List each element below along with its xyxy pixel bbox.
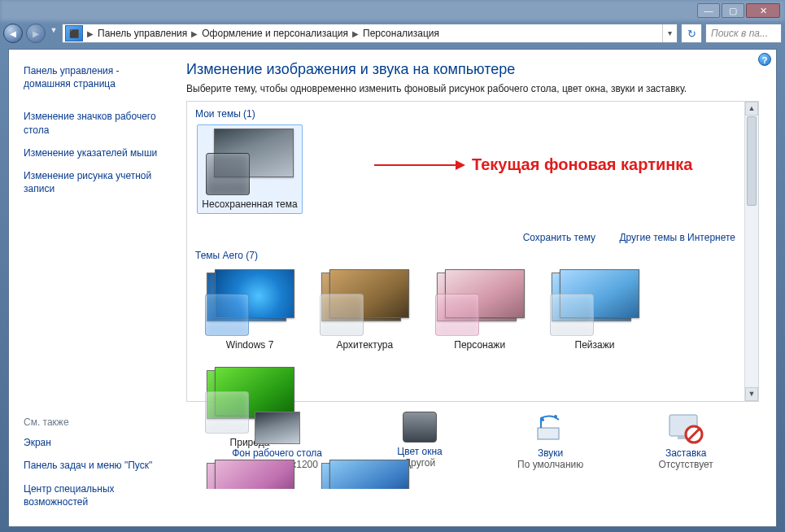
page-description: Выберите тему, чтобы одновременно измени… bbox=[186, 83, 776, 94]
theme-tile-architecture[interactable]: Архитектура bbox=[312, 266, 417, 354]
seealso-link-display[interactable]: Экран bbox=[24, 436, 160, 449]
screensaver-icon bbox=[666, 412, 705, 444]
chevron-right-icon: ▶ bbox=[85, 29, 95, 38]
seealso-link-ease-of-access[interactable]: Центр специальных возможностей bbox=[24, 482, 160, 508]
save-theme-link[interactable]: Сохранить тему bbox=[523, 232, 595, 243]
sidebar-link-account-picture[interactable]: Изменение рисунка учетной записи bbox=[24, 169, 160, 195]
window-titlebar: — ▢ ✕ bbox=[0, 0, 785, 21]
chevron-right-icon: ▶ bbox=[190, 29, 199, 38]
content-area: Изменение изображения и звука на компьют… bbox=[172, 50, 776, 526]
sidebar-link-desktop-icons[interactable]: Изменение значков рабочего стола bbox=[24, 110, 160, 136]
sidebar-home-label: домашняя страница bbox=[24, 78, 116, 89]
scrollbar[interactable]: ▲ ▼ bbox=[744, 102, 758, 401]
breadcrumb[interactable]: Персонализация bbox=[360, 28, 442, 39]
theme-label: Персонажи bbox=[430, 339, 530, 351]
address-bar[interactable]: ⬛ ▶ Панель управления ▶ Оформление и пер… bbox=[62, 24, 678, 43]
window-color-icon bbox=[403, 412, 437, 443]
seealso-header: См. также bbox=[24, 416, 160, 428]
svg-point-1 bbox=[541, 418, 544, 421]
theme-window-color-icon bbox=[206, 153, 250, 195]
theme-wallpaper-icon bbox=[215, 460, 294, 489]
arrow-icon bbox=[374, 164, 464, 166]
theme-wallpaper-icon bbox=[329, 460, 409, 489]
refresh-button[interactable]: ↻ bbox=[681, 24, 702, 43]
sounds-icon bbox=[531, 412, 570, 444]
close-button[interactable]: ✕ bbox=[746, 3, 780, 18]
theme-window-color-icon bbox=[320, 294, 364, 336]
annotation-overlay: Текущая фоновая картинка bbox=[374, 155, 692, 174]
theme-window-color-icon bbox=[550, 294, 594, 336]
sidebar: Панель управления - домашняя страница Из… bbox=[9, 50, 172, 526]
search-input[interactable]: Поиск в па... bbox=[705, 24, 782, 43]
theme-window-color-icon bbox=[205, 294, 249, 336]
sidebar-home-label: Панель управления - bbox=[24, 65, 120, 76]
theme-label: Windows 7 bbox=[200, 339, 299, 351]
my-themes-header: Мои темы (1) bbox=[195, 108, 757, 120]
page-title: Изменение изображения и звука на компьют… bbox=[186, 61, 776, 78]
scroll-thumb[interactable] bbox=[747, 116, 757, 206]
main-panel: ? Панель управления - домашняя страница … bbox=[8, 49, 777, 527]
theme-window-color-icon bbox=[205, 391, 249, 434]
sidebar-link-mouse-pointers[interactable]: Изменение указателей мыши bbox=[24, 146, 160, 159]
control-panel-icon: ⬛ bbox=[65, 25, 83, 41]
minimize-button[interactable]: — bbox=[697, 3, 720, 18]
theme-tile-partial[interactable] bbox=[197, 456, 303, 489]
svg-point-2 bbox=[554, 415, 557, 418]
aero-themes-header: Темы Aero (7) bbox=[195, 250, 757, 261]
theme-label: Несохраненная тема bbox=[201, 198, 299, 210]
scroll-up-arrow-icon[interactable]: ▲ bbox=[745, 102, 758, 116]
navigation-toolbar: ◄ ► ▼ ⬛ ▶ Панель управления ▶ Оформление… bbox=[0, 21, 785, 46]
theme-tile-partial[interactable] bbox=[312, 456, 417, 489]
desktop-background-icon bbox=[255, 412, 300, 444]
theme-tile-characters[interactable]: Персонажи bbox=[427, 266, 533, 354]
breadcrumb[interactable]: Панель управления bbox=[95, 28, 190, 39]
forward-button[interactable]: ► bbox=[26, 24, 46, 43]
more-themes-link[interactable]: Другие темы в Интернете bbox=[619, 232, 735, 243]
scroll-down-arrow-icon[interactable]: ▼ bbox=[745, 387, 758, 401]
back-button[interactable]: ◄ bbox=[3, 24, 23, 43]
nav-history-dropdown[interactable]: ▼ bbox=[49, 26, 59, 41]
theme-label: Пейзажи bbox=[545, 339, 644, 351]
theme-label: Архитектура bbox=[315, 339, 414, 351]
breadcrumb[interactable]: Оформление и персонализация bbox=[199, 28, 351, 39]
annotation-text: Текущая фоновая картинка bbox=[472, 155, 692, 174]
theme-window-color-icon bbox=[435, 294, 479, 336]
maximize-button[interactable]: ▢ bbox=[722, 3, 744, 18]
theme-tile-windows7[interactable]: Windows 7 bbox=[197, 266, 303, 354]
sidebar-home-link[interactable]: Панель управления - домашняя страница bbox=[24, 64, 160, 90]
theme-tile-unsaved[interactable]: Несохраненная тема bbox=[197, 124, 303, 214]
themes-container: ▲ ▼ Мои темы (1) Несохраненная тема Теку… bbox=[186, 101, 759, 402]
svg-rect-0 bbox=[538, 428, 559, 439]
chevron-right-icon: ▶ bbox=[351, 29, 360, 38]
theme-tile-landscapes[interactable]: Пейзажи bbox=[542, 266, 648, 354]
seealso-link-taskbar[interactable]: Панель задач и меню "Пуск" bbox=[24, 459, 160, 472]
address-dropdown[interactable]: ▾ bbox=[662, 24, 677, 42]
